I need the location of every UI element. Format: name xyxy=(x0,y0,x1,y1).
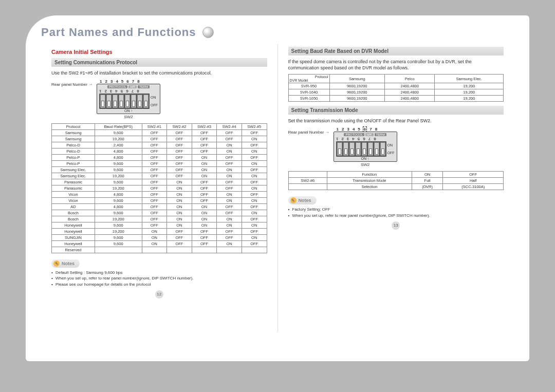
dip-switch-diagram: Rear panel Number → 12345678 PROTOCOLH/F… xyxy=(288,127,504,167)
dip-switches xyxy=(99,94,150,109)
dvr-table: Protocol DVR Model Samsung Pelco Samsung… xyxy=(288,74,504,102)
notes-heading: ✎ Notes xyxy=(288,196,317,204)
intro-text: Set the transmission mode using the ON/O… xyxy=(288,118,504,124)
left-page: Camera Initial Settings Setting Communic… xyxy=(41,44,278,332)
section-heading: Camera Initial Settings xyxy=(51,49,267,55)
page-spread: Camera Initial Settings Setting Communic… xyxy=(41,44,514,332)
decorative-circle-icon xyxy=(202,27,214,38)
dip-numbers-top: 12345678 xyxy=(97,79,160,84)
intro-text: If the speed dome camera is controlled n… xyxy=(288,59,504,71)
page-number: 13 xyxy=(288,221,504,230)
title-bar: Part Names and Functions xyxy=(41,26,514,39)
subsection-band: Setting Baud Rate Based on DVR Model xyxy=(288,47,504,55)
rear-panel-label: Rear panel Number → xyxy=(288,130,329,135)
dip-switch-diagram: Rear panel Number → 12345678 PROTOCOLH/F… xyxy=(51,79,267,119)
right-page: Setting Baud Rate Based on DVR Model If … xyxy=(278,44,514,332)
pencil-icon: ✎ xyxy=(53,260,60,267)
page-title: Part Names and Functions xyxy=(41,26,196,39)
pencil-icon: ✎ xyxy=(290,197,297,203)
manual-page: Part Names and Functions Camera Initial … xyxy=(26,15,529,361)
intro-text: Use the SW2 #1~#5 of installation bracke… xyxy=(51,70,267,76)
subsection-band: Setting Communications Protocol xyxy=(51,58,267,67)
notes-list: Default Setting : Samsung 9,600 bpsWhen … xyxy=(51,270,267,287)
transmission-mode-table: Function ON OFF SW2-#6Transmission ModeF… xyxy=(288,171,504,190)
notes-heading: ✎ Notes xyxy=(51,259,80,268)
page-number: 12 xyxy=(51,290,267,298)
subsection-band: Setting Transmission Mode xyxy=(288,106,504,115)
rear-panel-label: Rear panel Number → xyxy=(51,82,92,87)
protocol-table: ProtocolBaud Rate(BPS)SW2-#1SW2-#2SW2-#3… xyxy=(51,123,267,253)
notes-list: Factory Setting: OFFWhen you set up, ref… xyxy=(288,207,504,218)
